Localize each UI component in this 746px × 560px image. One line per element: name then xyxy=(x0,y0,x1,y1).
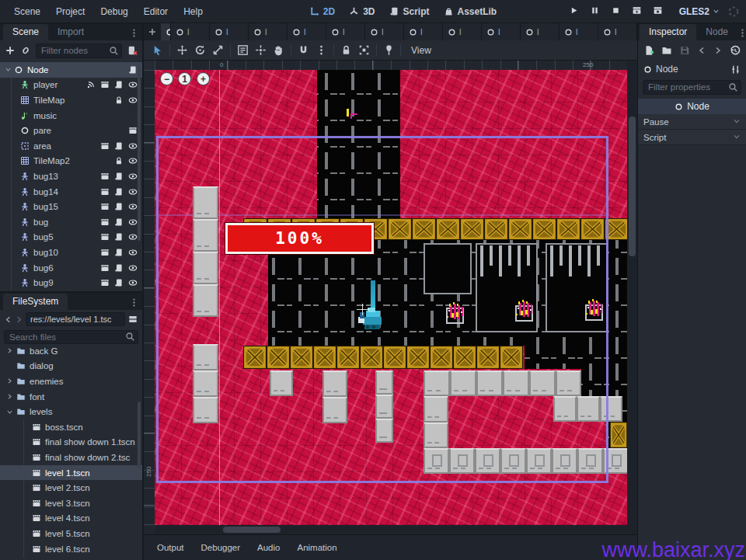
lock-badge[interactable] xyxy=(114,156,124,165)
play-button[interactable] xyxy=(563,4,584,19)
scene-tree-scrollbar[interactable] xyxy=(138,65,141,241)
group-object-button[interactable] xyxy=(358,44,370,56)
file-entry-level-2-tscn[interactable]: level 2.tscn xyxy=(0,480,142,496)
zoom-reset-button[interactable]: 1 xyxy=(178,72,191,85)
file-entry-level-5-tscn[interactable]: level 5.tscn xyxy=(0,526,142,541)
horizontal-scrollbar[interactable] xyxy=(155,525,627,534)
movie-badge[interactable] xyxy=(100,202,110,211)
eye-badge[interactable] xyxy=(128,80,138,89)
panel-menu-icon[interactable] xyxy=(129,297,139,308)
inspector-section-header[interactable]: Node xyxy=(638,99,746,114)
zoom-out-button[interactable]: − xyxy=(160,72,173,85)
pivot-tool[interactable] xyxy=(255,44,267,56)
movie-badge[interactable] xyxy=(100,172,110,181)
movie-badge[interactable] xyxy=(100,232,110,242)
scene-tab-truncated[interactable]: l xyxy=(326,23,365,40)
scene-node-pare[interactable]: pare xyxy=(0,123,142,138)
tab-node[interactable]: Node xyxy=(696,24,737,40)
scene-node-bug6[interactable]: bug6 xyxy=(0,260,142,276)
movie-badge[interactable] xyxy=(100,141,110,151)
scene-tab-truncated[interactable]: l xyxy=(404,23,443,40)
expander-icon[interactable] xyxy=(6,377,13,384)
object-history-button[interactable] xyxy=(730,45,741,56)
scene-node-bug[interactable]: bug xyxy=(0,214,142,230)
new-scene-tab-button[interactable] xyxy=(144,23,161,40)
scene-node-bug14[interactable]: bug14 xyxy=(0,184,142,200)
movie-badge[interactable] xyxy=(100,80,110,89)
history-forward-button[interactable] xyxy=(713,46,723,55)
view-menu[interactable]: View xyxy=(406,45,436,56)
script-badge[interactable] xyxy=(114,187,124,197)
expander-icon[interactable] xyxy=(6,409,13,416)
file-entry-boss-tscn[interactable]: boss.tscn xyxy=(0,419,142,435)
eye-badge[interactable] xyxy=(128,172,138,181)
scene-node-bug15[interactable]: bug15 xyxy=(0,199,142,214)
script-badge[interactable] xyxy=(114,172,124,181)
scene-tab-truncated[interactable]: l xyxy=(598,23,637,40)
lock-object-button[interactable] xyxy=(340,44,352,56)
file-entry-level-4-tscn[interactable]: level 4.tscn xyxy=(0,511,142,527)
script-badge[interactable] xyxy=(114,278,124,287)
signal-badge[interactable] xyxy=(86,80,96,89)
expander-icon[interactable] xyxy=(6,347,13,354)
scene-tab-truncated[interactable]: l xyxy=(288,23,326,40)
movie-badge[interactable] xyxy=(100,187,110,197)
script-badge[interactable] xyxy=(114,232,124,242)
tab-import[interactable]: Import xyxy=(48,24,93,40)
scene-node-music[interactable]: music xyxy=(0,108,142,123)
object-tools-icon[interactable] xyxy=(730,64,741,75)
bottom-tab-audio[interactable]: Audio xyxy=(250,540,287,555)
script-badge[interactable] xyxy=(114,202,124,211)
mode-script-button[interactable]: Script xyxy=(382,4,437,19)
tab-scene[interactable]: Scene xyxy=(3,24,48,40)
menu-editor[interactable]: Editor xyxy=(136,4,176,19)
pause-button[interactable] xyxy=(584,4,605,19)
scene-tab-truncated[interactable]: l xyxy=(365,23,404,40)
eye-badge[interactable] xyxy=(128,217,138,227)
scene-node-player[interactable]: player xyxy=(0,78,142,93)
lock-badge[interactable] xyxy=(114,96,124,105)
play-custom-scene-button[interactable] xyxy=(647,4,668,19)
movie-badge[interactable] xyxy=(100,217,110,227)
filesystem-scrollbar[interactable] xyxy=(138,402,141,468)
menu-project[interactable]: Project xyxy=(48,4,92,19)
eye-badge[interactable] xyxy=(128,263,138,273)
eye-badge[interactable] xyxy=(128,187,138,197)
pan-tool[interactable] xyxy=(273,44,284,56)
mode-assetlib-button[interactable]: AssetLib xyxy=(437,4,504,19)
file-entry-final-show-down-2-tsc[interactable]: final show down 2.tsc xyxy=(0,450,142,465)
expander-icon[interactable] xyxy=(6,393,13,400)
vertical-scrollbar[interactable] xyxy=(627,61,637,534)
script-badge[interactable] xyxy=(114,263,124,273)
scene-node-bug10[interactable]: bug10 xyxy=(0,245,142,260)
file-entry-level-1-tscn[interactable]: level 1.tscn xyxy=(0,465,142,481)
move-tool[interactable] xyxy=(176,44,188,56)
load-resource-button[interactable] xyxy=(661,45,672,56)
movie-badge[interactable] xyxy=(100,263,110,273)
eye-badge[interactable] xyxy=(128,202,138,211)
property-category-script[interactable]: Script xyxy=(638,130,746,145)
tab-filesystem[interactable]: FileSystem xyxy=(3,294,68,310)
eye-badge[interactable] xyxy=(128,156,138,165)
script-badge[interactable] xyxy=(114,141,124,151)
detach-script-button[interactable] xyxy=(127,45,138,56)
eye-badge[interactable] xyxy=(128,248,138,257)
scene-tab-truncated[interactable]: l xyxy=(521,23,560,40)
menu-help[interactable]: Help xyxy=(176,4,211,19)
stop-button[interactable] xyxy=(605,4,626,19)
history-back-button[interactable] xyxy=(697,46,706,55)
menu-debug[interactable]: Debug xyxy=(92,4,135,19)
tab-inspector[interactable]: Inspector xyxy=(640,24,696,40)
new-resource-button[interactable] xyxy=(643,45,654,56)
script-badge[interactable] xyxy=(114,80,124,89)
script-badge[interactable] xyxy=(128,65,138,75)
skeleton-options[interactable] xyxy=(383,44,395,56)
filter-properties-input[interactable] xyxy=(643,80,741,95)
rotate-tool[interactable] xyxy=(194,44,206,56)
save-resource-button[interactable] xyxy=(679,45,690,56)
file-entry-dialog[interactable]: dialog xyxy=(0,359,142,374)
file-entry-back-g[interactable]: back G xyxy=(0,346,142,359)
scene-tab-active[interactable]: level 1(*) xyxy=(161,23,171,40)
scene-tab-truncated[interactable]: l xyxy=(482,23,521,40)
search-files-input[interactable] xyxy=(4,330,138,344)
